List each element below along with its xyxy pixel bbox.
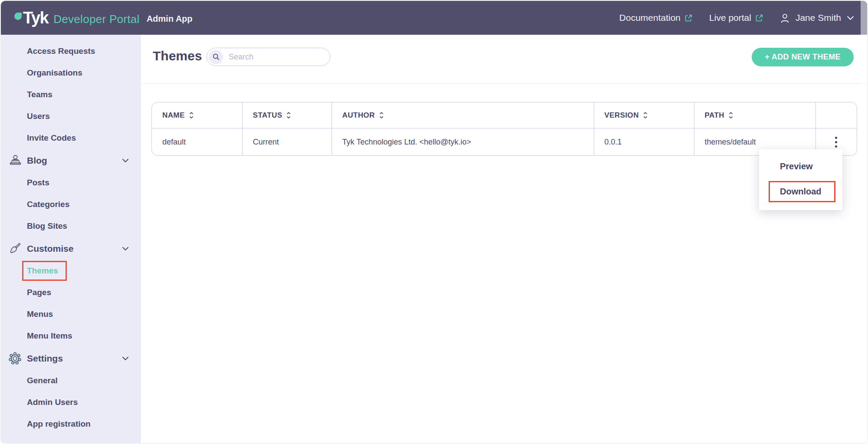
chevron-down-icon [122,247,129,251]
column-header-status[interactable]: STATUS [242,102,332,128]
cell-name: default [152,128,242,156]
sidebar-item-themes[interactable]: Themes [1,260,140,282]
sidebar-section-settings[interactable]: Settings [1,347,140,370]
brand-logo[interactable]: Tyk Developer Portal [14,9,140,26]
sidebar-item-access-requests[interactable]: Access Requests [1,40,140,62]
user-menu[interactable]: Jane Smith [780,13,854,23]
user-name: Jane Smith [796,13,841,23]
main-content: Themes + ADD NEW THEME [141,35,867,443]
sidebar-nav: Access Requests Organisations Teams User… [1,40,140,435]
search-box [207,48,330,66]
column-header-version[interactable]: VERSION [594,102,694,128]
column-header-author[interactable]: AUTHOR [332,102,594,128]
sort-icon [643,112,648,119]
sort-icon [728,112,733,119]
topbar-right: Documentation Live portal Jane Smith [619,13,854,23]
sidebar-item-themes-label: Themes [27,266,58,275]
product-name: Developer Portal [53,13,139,26]
sidebar-item-admin-users[interactable]: Admin Users [1,391,140,413]
sidebar-item-posts[interactable]: Posts [1,172,140,194]
page-header: Themes + ADD NEW THEME [141,35,867,84]
logo-text: Tyk [23,9,48,26]
sidebar-item-categories[interactable]: Categories [1,194,140,215]
column-header-name[interactable]: NAME [152,102,242,128]
tyk-leaf-icon [14,13,22,20]
sort-icon [286,112,291,119]
search-icon [212,53,220,61]
sidebar: Access Requests Organisations Teams User… [1,35,141,443]
app-window: Tyk Developer Portal Admin App Documenta… [0,0,868,444]
chevron-down-icon [122,356,129,361]
gear-icon [8,352,22,365]
table-row: default Current Tyk Technologies Ltd. <h… [152,128,857,156]
column-header-actions [815,102,857,128]
documentation-link[interactable]: Documentation [619,13,693,23]
page-title: Themes [153,49,202,63]
sidebar-item-general[interactable]: General [1,370,140,391]
search-icon-circle [209,50,223,64]
chevron-down-icon [122,158,129,163]
live-portal-link-label: Live portal [709,13,751,23]
add-new-theme-button[interactable]: + ADD NEW THEME [752,48,854,66]
sidebar-item-pages[interactable]: Pages [1,282,140,303]
scrollbar[interactable] [861,1,867,443]
app-frame: Tyk Developer Portal Admin App Documenta… [1,1,867,443]
table-header-row: NAME STATUS AUTHOR VERSION [152,102,857,128]
sidebar-item-menu-items[interactable]: Menu Items [1,325,140,347]
documentation-link-label: Documentation [619,13,681,23]
chevron-down-icon [847,16,854,20]
topbar: Tyk Developer Portal Admin App Documenta… [1,1,867,35]
row-actions-menu: Preview Download [759,149,842,210]
external-link-icon [755,14,763,22]
sidebar-section-blog[interactable]: Blog [1,149,140,172]
sidebar-item-teams[interactable]: Teams [1,84,140,105]
column-header-path[interactable]: PATH [694,102,815,128]
sidebar-item-users[interactable]: Users [1,105,140,127]
sidebar-item-organisations[interactable]: Organisations [1,62,140,84]
menu-item-download[interactable]: Download [770,182,834,201]
app-name: Admin App [147,12,193,24]
external-link-icon [684,14,693,22]
sort-icon [189,112,194,119]
search-input[interactable] [223,53,330,62]
sidebar-section-customise[interactable]: Customise [1,237,140,260]
paintbrush-icon [8,242,21,255]
menu-item-preview[interactable]: Preview [759,158,842,175]
blog-author-icon [8,154,23,167]
sidebar-item-app-registration[interactable]: App registration [1,413,140,435]
themes-table: NAME STATUS AUTHOR VERSION [151,102,857,156]
annotation-box-download: Download [769,181,835,202]
cell-status: Current [242,128,332,156]
kebab-icon[interactable] [832,134,840,150]
live-portal-link[interactable]: Live portal [709,13,763,23]
sort-icon [379,112,384,119]
user-icon [780,13,790,23]
sidebar-item-invite-codes[interactable]: Invite Codes [1,127,140,149]
sidebar-item-blog-sites[interactable]: Blog Sites [1,215,140,237]
cell-author: Tyk Technologies Ltd. <hello@tyk.io> [332,128,594,156]
cell-version: 0.0.1 [594,128,694,156]
annotation-box-themes: Themes [22,261,67,281]
sidebar-item-menus[interactable]: Menus [1,303,140,325]
